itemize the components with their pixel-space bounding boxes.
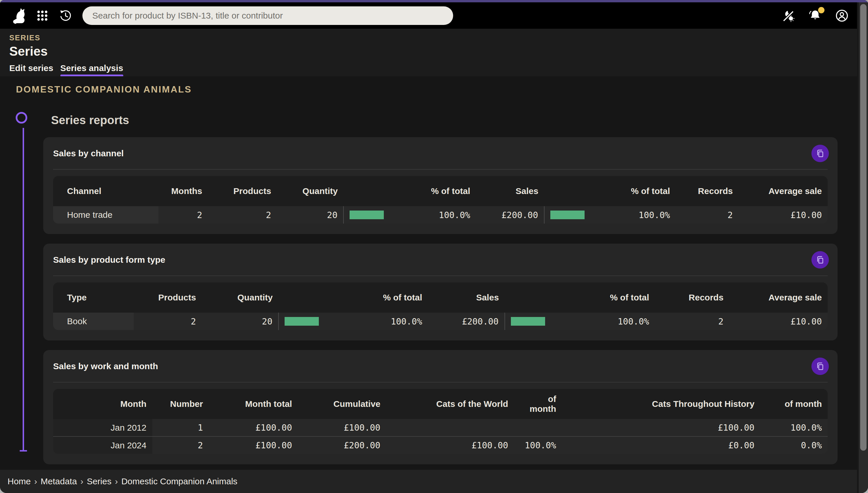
card-header: Sales by work and month	[43, 358, 838, 375]
column-header: Average sale	[729, 282, 828, 313]
timeline-node-circle	[16, 112, 27, 124]
column-header: Average sale	[739, 176, 828, 206]
column-header: Sales	[428, 282, 505, 313]
sales-by-channel-table: ChannelMonthsProductsQuantity% of totalS…	[53, 176, 828, 223]
card-sales-by-product-form-type: Sales by product form type TypeProductsQ…	[43, 243, 838, 340]
table-cell: £0.00	[562, 436, 760, 454]
column-header: Quantity	[277, 176, 344, 206]
column-header: Products	[134, 282, 202, 313]
report-table: ChannelMonthsProductsQuantity% of totalS…	[53, 176, 828, 223]
tab-edit-series[interactable]: Edit series	[9, 63, 54, 76]
topbar-right-group	[782, 9, 849, 23]
table-cell: £10.00	[739, 206, 828, 223]
table-cell: £200.00	[298, 436, 386, 454]
percent-value: 100.0%	[618, 316, 649, 326]
table-cell: 0.0%	[760, 436, 828, 454]
card-divider	[53, 169, 828, 170]
card-title: Sales by work and month	[53, 361, 158, 372]
table-cell: 100.0%	[505, 313, 655, 330]
scrollbar-track[interactable]	[857, 2, 868, 493]
table-cell: 2	[655, 313, 729, 330]
card-divider	[53, 276, 828, 276]
table-cell: 100.0%	[343, 206, 476, 223]
app-logo-cat-icon[interactable]	[12, 7, 25, 24]
table-cell: 2	[158, 206, 208, 223]
table-cell: 20	[202, 313, 278, 330]
copy-table-button[interactable]	[811, 145, 829, 162]
card-sales-by-channel: Sales by channel ChannelMonthsProductsQu…	[43, 137, 838, 234]
breadcrumb-separator: ›	[34, 476, 37, 486]
table-header-row: TypeProductsQuantity% of totalSales% of …	[53, 282, 828, 313]
column-header: Month total	[209, 389, 298, 419]
column-header: % of total	[544, 176, 676, 206]
column-header: Records	[676, 176, 739, 206]
report-table: MonthNumberMonth totalCumulativeCats of …	[53, 389, 828, 454]
column-header: Channel	[53, 176, 158, 206]
column-header: Months	[158, 176, 208, 206]
scrollbar-thumb[interactable]	[860, 4, 867, 451]
percent-bar	[550, 211, 585, 219]
copy-icon	[816, 149, 825, 158]
moon-sun-icon	[782, 9, 796, 23]
reports-heading: Series reports	[51, 113, 868, 127]
percent-bar	[511, 317, 545, 326]
table-cell: 100.0%	[760, 419, 828, 436]
table-cell: 2	[208, 206, 277, 223]
column-header: Type	[53, 282, 134, 313]
page-title: Series	[9, 44, 868, 59]
breadcrumb-link[interactable]: Series	[87, 476, 111, 486]
theme-toggle-icon[interactable]	[782, 9, 796, 23]
table-header-row: MonthNumberMonth totalCumulativeCats of …	[53, 389, 828, 419]
table-header-row: ChannelMonthsProductsQuantity% of totalS…	[53, 176, 828, 206]
table-cell: £100.00	[386, 436, 514, 454]
table-cell: £200.00	[476, 206, 544, 223]
column-header: of month	[760, 389, 828, 419]
table-cell: £100.00	[298, 419, 386, 436]
account-icon[interactable]	[835, 9, 849, 23]
card-sales-by-work-and-month: Sales by work and month MonthNumberMonth…	[43, 350, 838, 464]
column-header: Products	[208, 176, 277, 206]
table-cell: £100.00	[562, 419, 760, 436]
column-header: Cumulative	[298, 389, 386, 419]
cat-icon	[12, 7, 25, 24]
column-header: Records	[655, 282, 729, 313]
timeline-end-cap	[20, 450, 27, 452]
series-name-heading: DOMESTIC COMPANION ANIMALS	[16, 84, 868, 95]
notification-badge	[818, 7, 825, 13]
table-cell: £200.00	[428, 313, 505, 330]
copy-table-button[interactable]	[811, 358, 829, 375]
column-header: Month	[53, 389, 152, 419]
tab-series-analysis[interactable]: Series analysis	[60, 63, 123, 76]
clock-history-icon	[59, 9, 72, 22]
sales-by-work-and-month-table: MonthNumberMonth totalCumulativeCats of …	[53, 389, 828, 454]
breadcrumb-current: Domestic Companion Animals	[121, 476, 237, 486]
table-row: Jan 20242£100.00£200.00£100.00100.0%£0.0…	[53, 436, 828, 454]
row-header-cell: Jan 2012	[53, 419, 152, 436]
table-row: Book220100.0%£200.00100.0%2£10.00	[53, 313, 828, 330]
table-cell: 100.0%	[514, 436, 562, 454]
breadcrumb-link[interactable]: Metadata	[41, 476, 77, 486]
search-input[interactable]	[82, 6, 453, 25]
card-title: Sales by product form type	[53, 254, 165, 266]
notifications-bell-icon[interactable]	[808, 9, 822, 23]
card-divider	[53, 382, 828, 383]
report-table: TypeProductsQuantity% of totalSales% of …	[53, 282, 828, 330]
breadcrumb-link[interactable]: Home	[7, 476, 31, 486]
table-cell: £100.00	[209, 419, 298, 436]
history-icon[interactable]	[59, 9, 72, 22]
card-header: Sales by channel	[43, 145, 838, 162]
table-row: Jan 20121£100.00£100.00£100.00100.0%	[53, 419, 828, 436]
window-accent-strip	[0, 0, 868, 2]
column-header: of month	[514, 389, 562, 419]
row-header-cell: Home trade	[53, 206, 158, 223]
app-grid-icon[interactable]	[36, 9, 49, 22]
tab-bar: Edit series Series analysis	[9, 63, 868, 76]
grid-dots-icon	[36, 9, 49, 22]
column-header: % of total	[505, 282, 655, 313]
timeline-line	[23, 128, 24, 451]
copy-icon	[816, 255, 825, 264]
copy-table-button[interactable]	[811, 251, 829, 269]
row-header-cell: Book	[53, 313, 134, 330]
column-header: Cats Throughout History	[562, 389, 760, 419]
percent-value: 100.0%	[638, 210, 670, 220]
